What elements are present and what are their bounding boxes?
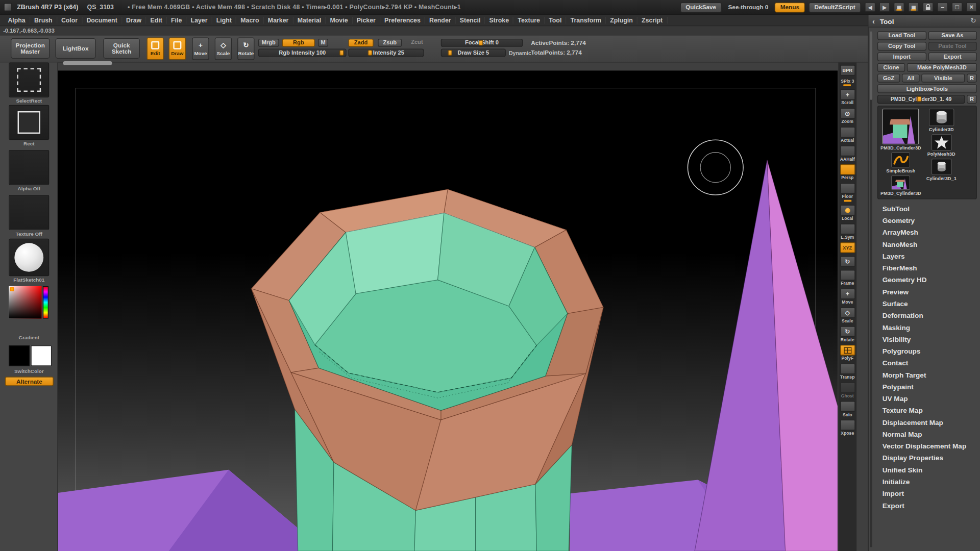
section-nanomesh[interactable]: NanoMesh: [877, 239, 977, 251]
focal-shift-handle[interactable]: [479, 40, 483, 45]
dock-right-icon[interactable]: ▶: [879, 3, 890, 12]
section-displacement-map[interactable]: Displacement Map: [877, 417, 977, 429]
focal-shift-slider[interactable]: Focal Shift 0: [441, 39, 523, 47]
quicksave-button[interactable]: QuickSave: [680, 2, 722, 12]
tool-scale-slider[interactable]: PM3D_Cylinder3D_1. 49: [877, 95, 965, 104]
rgb-intensity-slider[interactable]: Rgb Intensity 100: [258, 49, 347, 57]
rotate-button[interactable]: ↻ Rotate: [237, 37, 254, 60]
zadd-button[interactable]: Zadd: [348, 39, 373, 47]
menu-preferences[interactable]: Preferences: [380, 17, 425, 23]
rgb-button[interactable]: Rgb: [282, 39, 315, 47]
section-export[interactable]: Export: [877, 500, 977, 512]
quick-sketch-button[interactable]: Quick Sketch: [103, 38, 140, 59]
zsub-button[interactable]: Zsub: [378, 39, 402, 47]
lightbox-button[interactable]: LightBox: [56, 38, 96, 59]
spix-slider[interactable]: SPix 3: [841, 79, 854, 86]
lightbox-tools-button[interactable]: Lightbox▸Tools: [877, 84, 977, 93]
hue-strip[interactable]: [43, 286, 48, 319]
import-button[interactable]: Import: [877, 53, 926, 61]
main-color-swatch[interactable]: [9, 345, 30, 366]
draw-size-handle[interactable]: [448, 50, 452, 56]
goz-r-button[interactable]: R: [967, 73, 977, 82]
paste-tool-button[interactable]: Paste Tool: [928, 42, 977, 51]
menu-stencil[interactable]: Stencil: [456, 17, 485, 23]
material-button[interactable]: [9, 239, 49, 276]
save-as-button[interactable]: Save As: [928, 31, 977, 40]
close-button[interactable]: ×: [966, 3, 977, 12]
scale-button[interactable]: ◇ Scale: [215, 37, 232, 60]
polyframe-button[interactable]: PolyF: [840, 345, 855, 361]
lock-icon[interactable]: [923, 3, 934, 12]
xyz-button[interactable]: XYZ: [840, 242, 855, 253]
section-surface[interactable]: Surface: [877, 298, 977, 310]
section-polypaint[interactable]: Polypaint: [877, 381, 977, 393]
section-deformation[interactable]: Deformation: [877, 310, 977, 321]
section-import[interactable]: Import: [877, 488, 977, 499]
m-button[interactable]: M: [318, 39, 328, 47]
section-contact[interactable]: Contact: [877, 357, 977, 369]
lsym-button[interactable]: L.Sym: [840, 223, 855, 239]
section-arraymesh[interactable]: ArrayMesh: [877, 227, 977, 238]
section-texture-map[interactable]: Texture Map: [877, 405, 977, 416]
collapse-icon[interactable]: ‹: [872, 16, 875, 25]
section-unified-skin[interactable]: Unified Skin: [877, 464, 977, 476]
frame-button[interactable]: Frame: [840, 270, 855, 286]
local-button[interactable]: Local: [840, 205, 855, 221]
menu-file[interactable]: File: [167, 17, 187, 23]
section-preview[interactable]: Preview: [877, 286, 977, 298]
section-vector-displacement-map[interactable]: Vector Displacement Map: [877, 440, 977, 452]
floor-elevation-handle[interactable]: [844, 200, 851, 202]
zcut-button[interactable]: Zcut: [407, 39, 427, 47]
z-intensity-handle[interactable]: [368, 50, 372, 56]
menu-picker[interactable]: Picker: [353, 17, 380, 23]
menu-document[interactable]: Document: [82, 17, 122, 23]
persp-button[interactable]: Persp: [840, 164, 855, 180]
shelf-scrollbar[interactable]: [63, 61, 112, 65]
tool-scale-handle[interactable]: [917, 96, 921, 102]
projection-master-button[interactable]: Projection Master: [11, 38, 50, 59]
default-zscript-button[interactable]: DefaultZScript: [808, 2, 861, 12]
goz-button[interactable]: GoZ: [877, 73, 900, 82]
minimize-button[interactable]: –: [937, 3, 948, 12]
dynamic-toggle[interactable]: Dynamic: [509, 50, 531, 56]
section-subtool[interactable]: SubTool: [877, 203, 977, 215]
load-tool-button[interactable]: Load Tool: [877, 31, 926, 40]
edit-button[interactable]: Edit: [147, 37, 164, 60]
clone-button[interactable]: Clone: [877, 63, 905, 72]
draw-size-slider[interactable]: Draw Size 5: [441, 49, 506, 57]
maximize-button[interactable]: □: [951, 3, 962, 12]
dock-left-icon[interactable]: ◀: [865, 3, 875, 12]
bpr-button[interactable]: BPR: [840, 65, 855, 76]
spin-button[interactable]: ↻: [840, 256, 855, 267]
alpha-button[interactable]: [9, 150, 49, 185]
menu-stroke[interactable]: Stroke: [485, 17, 514, 23]
section-morph-target[interactable]: Morph Target: [877, 369, 977, 381]
active-tool-thumbnail[interactable]: [883, 109, 919, 144]
section-geometry[interactable]: Geometry: [877, 215, 977, 227]
mrgb-button[interactable]: Mrgb: [258, 39, 279, 47]
section-initialize[interactable]: Initialize: [877, 476, 977, 488]
menu-draw[interactable]: Draw: [122, 17, 146, 23]
visible-button[interactable]: Visible: [921, 73, 965, 82]
menu-zplugin[interactable]: Zplugin: [606, 17, 638, 23]
section-uv-map[interactable]: UV Map: [877, 393, 977, 405]
section-polygroups[interactable]: Polygroups: [877, 345, 977, 357]
menu-edit[interactable]: Edit: [146, 17, 167, 23]
xpose-button[interactable]: Xpose: [840, 420, 855, 436]
simplebrush-thumbnail[interactable]: [891, 153, 910, 167]
menu-tool[interactable]: Tool: [545, 17, 566, 23]
polymesh3d-thumbnail[interactable]: [931, 134, 951, 151]
cylinder3d-thumbnail[interactable]: [929, 109, 954, 126]
color-picker-indicator[interactable]: [10, 287, 14, 291]
menu-layer[interactable]: Layer: [187, 17, 212, 23]
section-fibermesh[interactable]: FiberMesh: [877, 262, 977, 274]
make-polymesh3d-button[interactable]: Make PolyMesh3D: [907, 63, 977, 72]
transp-button[interactable]: Transp: [840, 364, 855, 380]
aahalf-button[interactable]: AAHalf: [840, 145, 855, 161]
switchcolor-label[interactable]: SwitchColor: [0, 368, 58, 374]
scale-3d-button[interactable]: ◇ Scale: [840, 307, 855, 323]
palette-config-icon[interactable]: ▦: [894, 3, 904, 12]
zoom-button[interactable]: ⊙ Zoom: [840, 108, 855, 124]
menus-button[interactable]: Menus: [775, 2, 805, 12]
spix-handle[interactable]: [844, 84, 851, 86]
